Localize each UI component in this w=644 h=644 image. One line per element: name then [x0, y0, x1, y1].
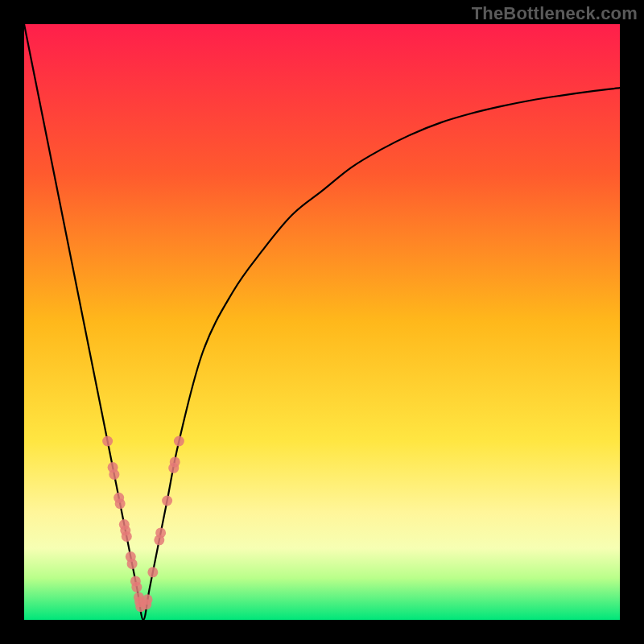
- chart-frame: TheBottleneck.com: [0, 0, 644, 644]
- plot-area: [24, 24, 620, 620]
- curve-marker: [155, 527, 166, 538]
- gradient-background: [24, 24, 620, 620]
- curve-marker: [102, 436, 113, 447]
- curve-marker: [114, 493, 124, 503]
- curve-marker: [147, 567, 158, 577]
- chart-svg: [24, 24, 620, 620]
- curve-marker: [170, 456, 180, 467]
- curve-marker: [162, 496, 172, 506]
- curve-marker: [130, 576, 141, 586]
- curve-marker: [119, 519, 130, 530]
- watermark-text: TheBottleneck.com: [472, 3, 638, 24]
- curve-marker: [174, 436, 184, 447]
- curve-marker: [108, 462, 118, 473]
- curve-marker: [142, 594, 153, 605]
- curve-marker: [126, 551, 136, 562]
